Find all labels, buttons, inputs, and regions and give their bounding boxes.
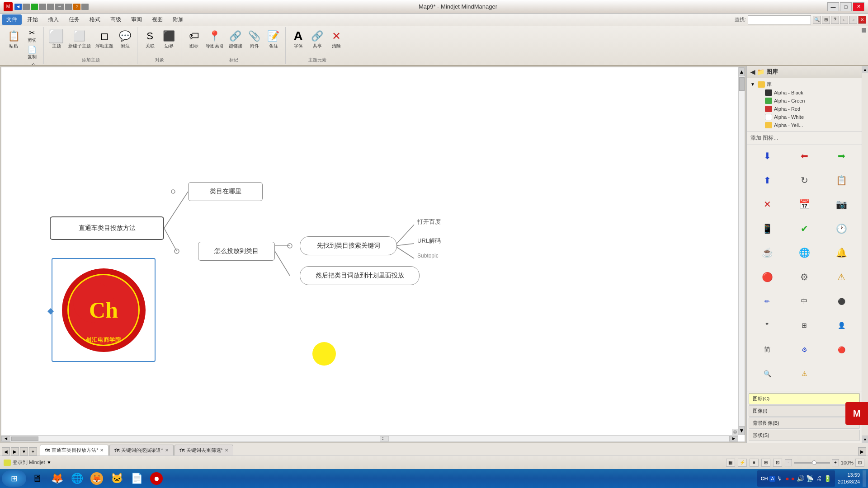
ribbon-relate[interactable]: S 关联 [141,28,159,50]
node-2[interactable]: 怎么投放到类目 [198,242,275,261]
scroll-thumb[interactable] [739,77,745,91]
panel-icon-4[interactable]: ↻ [787,172,822,188]
canvas-corner-btn[interactable]: ⊞ [732,429,738,435]
taskbar-desktop[interactable]: 🖥 [28,470,46,487]
layout-btn[interactable]: ⊞ [761,459,770,467]
system-clock[interactable]: 13:59 2016/8/24 [838,472,860,486]
tray-icon1[interactable]: 🎙 [777,475,783,482]
panel-icon-21[interactable]: ❞ [750,317,785,333]
tree-item-3[interactable]: Alpha - White [749,113,860,121]
zoom-out-btn[interactable]: - [785,459,792,466]
ribbon-subtopic[interactable]: ⬜ 新建子主题 [66,28,93,50]
image-node[interactable]: Ch 创汇电商学院 [52,258,156,362]
panel-icon-25[interactable]: ⚙ [787,342,822,358]
show-desktop-btn[interactable] [863,470,866,487]
mm-logo-btn[interactable]: M [845,402,868,425]
tray-print[interactable]: 🖨 [816,475,822,482]
panel-icon-2[interactable]: ➡ [824,148,859,164]
panel-icon-14[interactable]: 🔔 [824,244,859,261]
panel-icon-16[interactable]: ⚙ [787,269,822,285]
menu-insert[interactable]: 插入 [43,14,63,25]
node-6[interactable]: URL解码 [417,237,441,245]
menu-extras-2[interactable]: ? [831,16,839,24]
status-icon[interactable] [4,460,11,466]
scroll-right-btn[interactable]: ▶ [729,436,738,441]
panel-image-btn[interactable]: 图像(I) [749,405,860,417]
canvas-area[interactable]: 直通车类目投放方法 类目在哪里 怎么投放到类目 先找到类目搜索关键词 然后把类目… [1,67,745,442]
panel-icon-11[interactable]: 🕐 [824,221,859,237]
login-status[interactable]: 登录到 Mindjet [13,459,45,466]
filter2-btn[interactable]: ⚡ [738,459,747,467]
panel-collapse-icon[interactable]: ◀ [750,69,755,75]
central-node[interactable]: 直通车类目投放方法 [50,216,164,240]
ribbon-note[interactable]: 💬 附注 [116,28,134,50]
ribbon-font[interactable]: A 字体 [289,28,307,50]
ribbon-clear[interactable]: ✕ 清除 [327,28,345,50]
panel-icon-24[interactable]: 简 [750,342,785,358]
scroll-up-btn[interactable]: ▲ [739,67,745,76]
zoom-slider[interactable] [794,462,830,464]
tree-item-2[interactable]: Alpha - Red [749,105,860,113]
tab-close-1[interactable]: ✕ [165,448,169,453]
panel-icon-26[interactable]: 🔴 [824,342,859,358]
tree-toggle-root[interactable]: ▼ [750,82,756,87]
menu-extras-3[interactable]: ← [840,16,848,24]
panel-bg-image-btn[interactable]: 背景图像(B) [749,418,860,429]
scroll-down-btn[interactable]: ▼ [739,426,745,435]
panel-icon-3[interactable]: ⬆ [750,172,785,188]
menu-home[interactable]: 开始 [23,14,42,25]
tab-nav-prev[interactable]: ◀ [2,447,10,455]
horizontal-scrollbar[interactable]: ◀ ⋮ ▶ [1,435,738,441]
tray-volume[interactable]: 🔊 [797,475,804,482]
ribbon-collapse[interactable] [862,28,866,33]
panel-icon-1[interactable]: ⬅ [787,148,822,164]
panel-icon-10[interactable]: ✔ [787,221,822,237]
tab-close-0[interactable]: ✕ [100,448,104,453]
tab-1[interactable]: 🗺 关键词的挖掘渠道* ✕ [109,445,173,455]
panel-icon-20[interactable]: ⚫ [824,293,859,310]
panel-icon-22[interactable]: ⊞ [787,317,822,333]
tray-battery[interactable]: 🔋 [824,475,831,482]
panel-icon-9[interactable]: 📱 [750,221,785,237]
login-dropdown-icon[interactable]: ▼ [47,460,52,465]
menu-review[interactable]: 审阅 [127,14,146,25]
menu-close-btn[interactable]: ✕ [858,16,866,24]
tab-nav-new[interactable]: + [29,447,37,455]
ribbon-copy[interactable]: 📄 复制 [24,45,41,61]
ribbon-topic[interactable]: ⬜ 主题 [47,28,66,50]
menu-task[interactable]: 任务 [64,14,84,25]
panel-shape-btn[interactable]: 形状(S) [749,430,860,441]
scroll-left-btn[interactable]: ◀ [1,436,10,441]
minimize-button[interactable]: — [827,2,839,11]
panel-icon-btn[interactable]: 图标(C) [749,393,860,404]
menu-file[interactable]: 文件 [2,14,22,25]
panel-icon-19[interactable]: 中 [787,293,822,310]
node-4[interactable]: 然后把类目词放到计划里面投放 [300,266,420,285]
tray-input[interactable]: A [769,476,775,482]
ribbon-format-painter[interactable]: 🖌 格式Painter [24,61,41,66]
tray-icon2[interactable]: ● [785,475,789,482]
taskbar-browser3[interactable]: 🦊 [88,470,106,487]
zoom-thumb[interactable] [812,460,816,465]
taskbar-browser1[interactable]: 🦊 [48,470,66,487]
tab-0[interactable]: 🗺 直通车类目投放方法* ✕ [40,445,108,455]
menu-advanced[interactable]: 高级 [106,14,126,25]
view-btn[interactable]: ≡ [750,459,759,467]
menu-addon[interactable]: 附加 [168,14,188,25]
ribbon-comment[interactable]: 📝 备注 [264,28,283,50]
panel-icon-23[interactable]: 👤 [824,317,859,333]
ribbon-boundary[interactable]: ⬛ 边界 [160,28,178,50]
maximize-button[interactable]: □ [840,2,852,11]
tray-ch[interactable]: CH [761,476,768,481]
tab-add-btn[interactable]: ▶ [858,447,866,455]
panel-icon-8[interactable]: 📷 [824,196,859,212]
vertical-scrollbar[interactable]: ▲ ▼ [738,67,745,435]
panel-icon-5[interactable]: 📋 [824,172,859,188]
tab-nav-list[interactable]: ▼ [20,447,28,455]
panel-icon-7[interactable]: 📅 [787,196,822,212]
add-icon-btn[interactable]: 添加 图标... [747,131,862,145]
ribbon-cut[interactable]: ✂ 剪切 [24,28,41,44]
panel-icon-17[interactable]: ⚠ [824,269,859,285]
ribbon-map-index[interactable]: 📍 导图索引 [204,28,226,50]
scroll-split[interactable]: ⋮ [380,436,389,441]
